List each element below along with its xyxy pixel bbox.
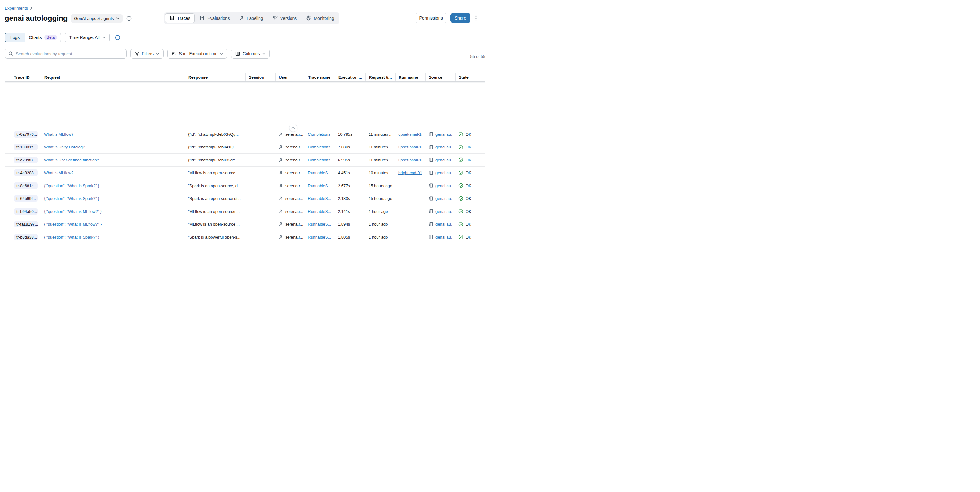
table-header: Trace ID Request Response Session User T… [5,73,485,82]
column-header-request[interactable]: Request [41,73,185,81]
request-link[interactable]: { "question": "What is MLflow?" } [44,209,102,214]
trace-id-badge[interactable]: tr-64b99f... [14,195,38,202]
experiment-tabs: Traces Evaluations Labeling Versions Mon… [164,13,339,24]
column-header-source[interactable]: Source [425,73,455,81]
permissions-button[interactable]: Permissions [415,13,447,23]
share-button[interactable]: Share [450,13,471,23]
trace-id-badge[interactable]: tr-10031f... [14,144,38,150]
source-link[interactable]: genai au... [436,183,452,188]
column-header-trace-name[interactable]: Trace name [305,73,335,81]
request-link[interactable]: What is MLflow? [44,132,73,137]
trace-id-badge[interactable]: tr-0a7976... [14,131,38,138]
request-link[interactable]: What is User-defined function? [44,158,99,162]
trace-name-link[interactable]: Completions [308,158,330,162]
trace-id-badge[interactable]: tr-b94a50... [14,208,38,215]
trace-name-link[interactable]: Completions [308,132,330,137]
column-header-execution[interactable]: Execution ... [335,73,366,81]
table-row[interactable]: tr-8e681c... { "question": "What is Spar… [5,179,485,192]
column-header-state[interactable]: State [455,73,485,81]
trace-name-link[interactable]: RunnableS... [308,209,331,214]
request-cell: What is MLflow? [41,167,185,179]
request-cell: What is User-defined function? [41,154,185,166]
trace-id-cell: tr-64b99f... [5,193,41,205]
request-link[interactable]: What is MLflow? [44,170,73,175]
session-cell [245,167,275,179]
tab-labeling[interactable]: Labeling [235,13,267,23]
source-link[interactable]: genai au... [436,196,452,201]
source-link[interactable]: genai au... [436,235,452,239]
tab-evaluations[interactable]: Evaluations [195,13,234,23]
run-name-link[interactable]: upset-snail-10 [398,158,422,162]
request-time: 1 hour ago [369,222,388,226]
column-header-request-time[interactable]: Request ti... [366,73,395,81]
request-cell: { "question": "What is Spark?" } [41,193,185,205]
trace-name-link[interactable]: RunnableS... [308,170,331,175]
trace-id-badge[interactable]: tr-a299f3... [14,157,38,163]
refresh-icon[interactable] [113,33,122,42]
column-header-trace-id[interactable]: Trace ID [5,73,41,81]
table-row[interactable]: tr-10031f... What is Unity Catalog? {"id… [5,141,485,154]
source-link[interactable]: genai au... [436,209,452,214]
search-input[interactable] [16,51,123,56]
breadcrumb-experiments-link[interactable]: Experiments [5,6,28,11]
trace-name-link[interactable]: RunnableS... [308,235,331,239]
request-link[interactable]: { "question": "What is Spark?" } [44,235,99,239]
charts-toggle[interactable]: Charts Beta [25,32,61,43]
source-link[interactable]: genai au... [436,222,452,226]
table-row[interactable]: tr-b8da38... { "question": "What is Spar… [5,231,485,244]
column-header-user[interactable]: User [275,73,305,81]
run-name-link[interactable]: bright-cod-91 [398,170,422,175]
run-name-link[interactable]: upset-snail-10 [398,132,422,137]
table-row[interactable]: tr-a299f3... What is User-defined functi… [5,153,485,166]
table-row[interactable]: tr-fa18197... { "question": "What is MLf… [5,218,485,231]
trace-table-body: tr-0a7976... What is MLflow? {"id": "cha… [5,127,485,244]
request-link[interactable]: { "question": "What is Spark?" } [44,196,99,201]
trace-name-link[interactable]: RunnableS... [308,183,331,188]
trace-id-badge[interactable]: tr-4a9288... [14,169,38,176]
tab-monitoring[interactable]: Monitoring [302,13,338,23]
trace-name-link[interactable]: Completions [308,145,330,149]
experiment-type-dropdown[interactable]: GenAI apps & agents [71,14,123,22]
source-link[interactable]: genai au... [436,145,452,149]
trace-name-link[interactable]: RunnableS... [308,222,331,226]
user-cell: serena.r... [275,179,305,192]
column-header-session[interactable]: Session [245,73,275,81]
source-link[interactable]: genai au... [436,170,452,175]
request-link[interactable]: What is Unity Catalog? [44,145,85,149]
user-cell: serena.r... [275,154,305,166]
tab-traces[interactable]: Traces [165,13,194,23]
user-name: serena.r... [285,170,303,175]
user-icon [278,158,283,162]
request-time-cell: 1 hour ago [366,218,395,231]
request-link[interactable]: { "question": "What is MLflow?" } [44,222,102,226]
overflow-menu-icon[interactable] [474,14,479,22]
trace-id-badge[interactable]: tr-fa18197... [14,221,38,228]
column-header-response[interactable]: Response [185,73,245,81]
source-link[interactable]: genai au... [436,132,452,137]
columns-dropdown[interactable]: Columns [231,49,269,59]
user-name: serena.r... [285,209,303,214]
logs-toggle[interactable]: Logs [5,32,25,43]
column-header-run-name[interactable]: Run name [395,73,425,81]
trace-name-cell: Completions [305,141,335,154]
request-cell: { "question": "What is Spark?" } [41,231,185,244]
source-link[interactable]: genai au... [436,158,452,162]
logs-charts-toggle: Logs Charts Beta [5,32,61,43]
collapse-panel-button[interactable] [289,124,298,132]
sort-dropdown[interactable]: Sort: Execution time [167,49,228,59]
request-link[interactable]: { "question": "What is Spark?" } [44,183,99,188]
tab-versions[interactable]: Versions [268,13,301,23]
table-row[interactable]: tr-64b99f... { "question": "What is Spar… [5,192,485,205]
filters-dropdown[interactable]: Filters [130,49,164,59]
table-row[interactable]: tr-0a7976... What is MLflow? {"id": "cha… [5,127,485,141]
trace-id-badge[interactable]: tr-8e681c... [14,183,38,189]
trace-id-badge[interactable]: tr-b8da38... [14,234,38,240]
run-name-link[interactable]: upset-snail-10 [398,145,422,149]
trace-id-cell: tr-8e681c... [5,179,41,192]
time-range-dropdown[interactable]: Time Range: All [65,32,109,43]
trace-name-link[interactable]: RunnableS... [308,196,331,201]
table-row[interactable]: tr-4a9288... What is MLflow? "MLflow is … [5,166,485,179]
user-cell: serena.r... [275,231,305,244]
info-icon[interactable] [126,16,132,21]
table-row[interactable]: tr-b94a50... { "question": "What is MLfl… [5,205,485,218]
